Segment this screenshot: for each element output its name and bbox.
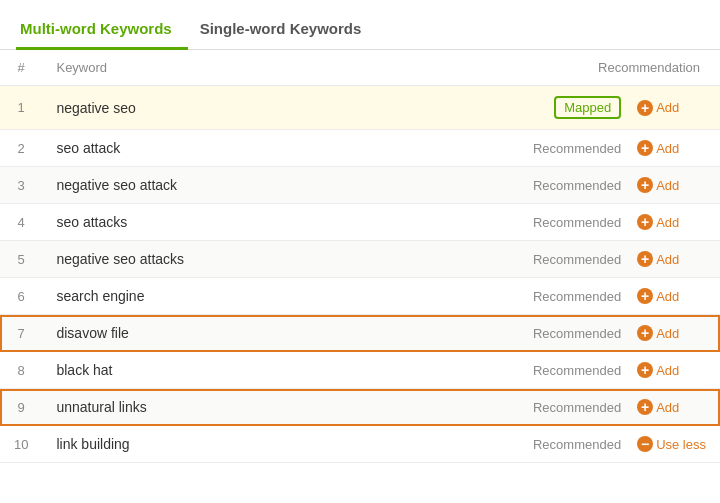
- minus-icon: −: [637, 436, 653, 452]
- add-button[interactable]: + Add: [637, 214, 679, 230]
- tab-bar: Multi-word Keywords Single-word Keywords: [0, 0, 720, 50]
- plus-icon: +: [637, 362, 653, 378]
- table-row: 10link buildingRecommended− Use less: [0, 426, 720, 463]
- recommended-label: Recommended: [533, 326, 621, 341]
- recommended-label: Recommended: [533, 178, 621, 193]
- row-action[interactable]: + Add: [631, 241, 720, 278]
- table-body: 1negative seoMapped+ Add2seo attackRecom…: [0, 86, 720, 463]
- table-row: 8black hatRecommended+ Add: [0, 352, 720, 389]
- add-button[interactable]: + Add: [637, 100, 679, 116]
- col-header-hash: #: [0, 50, 42, 86]
- plus-icon: +: [637, 177, 653, 193]
- row-action[interactable]: + Add: [631, 130, 720, 167]
- mapped-badge: Mapped: [554, 96, 621, 119]
- row-number: 7: [0, 315, 42, 352]
- row-action[interactable]: + Add: [631, 389, 720, 426]
- row-number: 9: [0, 389, 42, 426]
- row-action[interactable]: + Add: [631, 278, 720, 315]
- row-action[interactable]: + Add: [631, 315, 720, 352]
- row-status: Recommended: [385, 241, 632, 278]
- row-keyword: link building: [42, 426, 384, 463]
- add-button[interactable]: + Add: [637, 399, 679, 415]
- plus-icon: +: [637, 100, 653, 116]
- row-action[interactable]: + Add: [631, 167, 720, 204]
- recommended-label: Recommended: [533, 289, 621, 304]
- tab-single-word[interactable]: Single-word Keywords: [196, 12, 378, 50]
- row-number: 1: [0, 86, 42, 130]
- table-row: 2seo attackRecommended+ Add: [0, 130, 720, 167]
- row-status: Recommended: [385, 204, 632, 241]
- table-row: 3negative seo attackRecommended+ Add: [0, 167, 720, 204]
- row-number: 4: [0, 204, 42, 241]
- row-keyword: black hat: [42, 352, 384, 389]
- recommended-label: Recommended: [533, 363, 621, 378]
- table-header-row: # Keyword Recommendation: [0, 50, 720, 86]
- row-number: 10: [0, 426, 42, 463]
- tab-multi-word[interactable]: Multi-word Keywords: [16, 12, 188, 50]
- plus-icon: +: [637, 288, 653, 304]
- row-keyword: negative seo attack: [42, 167, 384, 204]
- plus-icon: +: [637, 214, 653, 230]
- row-keyword: disavow file: [42, 315, 384, 352]
- row-status: Recommended: [385, 130, 632, 167]
- row-number: 6: [0, 278, 42, 315]
- table-row: 6search engineRecommended+ Add: [0, 278, 720, 315]
- recommended-label: Recommended: [533, 252, 621, 267]
- add-button[interactable]: + Add: [637, 362, 679, 378]
- plus-icon: +: [637, 251, 653, 267]
- recommended-label: Recommended: [533, 400, 621, 415]
- plus-icon: +: [637, 140, 653, 156]
- row-number: 2: [0, 130, 42, 167]
- row-status: Mapped: [385, 86, 632, 130]
- table-row: 5negative seo attacksRecommended+ Add: [0, 241, 720, 278]
- add-button[interactable]: + Add: [637, 288, 679, 304]
- main-container: Multi-word Keywords Single-word Keywords…: [0, 0, 720, 503]
- table-row: 7disavow fileRecommended+ Add: [0, 315, 720, 352]
- plus-icon: +: [637, 399, 653, 415]
- col-header-recommendation: Recommendation: [385, 50, 720, 86]
- recommended-label: Recommended: [533, 437, 621, 452]
- col-header-keyword: Keyword: [42, 50, 384, 86]
- add-button[interactable]: + Add: [637, 251, 679, 267]
- row-keyword: search engine: [42, 278, 384, 315]
- table-row: 1negative seoMapped+ Add: [0, 86, 720, 130]
- row-action[interactable]: + Add: [631, 352, 720, 389]
- keyword-table: # Keyword Recommendation 1negative seoMa…: [0, 50, 720, 463]
- row-keyword: negative seo: [42, 86, 384, 130]
- use-less-button[interactable]: − Use less: [637, 436, 706, 452]
- row-action[interactable]: + Add: [631, 86, 720, 130]
- row-number: 3: [0, 167, 42, 204]
- row-number: 5: [0, 241, 42, 278]
- row-action[interactable]: − Use less: [631, 426, 720, 463]
- row-number: 8: [0, 352, 42, 389]
- table-row: 9unnatural linksRecommended+ Add: [0, 389, 720, 426]
- row-status: Recommended: [385, 278, 632, 315]
- recommended-label: Recommended: [533, 215, 621, 230]
- row-action[interactable]: + Add: [631, 204, 720, 241]
- row-keyword: seo attacks: [42, 204, 384, 241]
- recommended-label: Recommended: [533, 141, 621, 156]
- add-button[interactable]: + Add: [637, 140, 679, 156]
- row-status: Recommended: [385, 426, 632, 463]
- row-keyword: negative seo attacks: [42, 241, 384, 278]
- row-status: Recommended: [385, 315, 632, 352]
- add-button[interactable]: + Add: [637, 325, 679, 341]
- row-status: Recommended: [385, 167, 632, 204]
- row-status: Recommended: [385, 389, 632, 426]
- keyword-table-wrap: # Keyword Recommendation 1negative seoMa…: [0, 50, 720, 463]
- plus-icon: +: [637, 325, 653, 341]
- add-button[interactable]: + Add: [637, 177, 679, 193]
- table-row: 4seo attacksRecommended+ Add: [0, 204, 720, 241]
- row-keyword: seo attack: [42, 130, 384, 167]
- row-keyword: unnatural links: [42, 389, 384, 426]
- row-status: Recommended: [385, 352, 632, 389]
